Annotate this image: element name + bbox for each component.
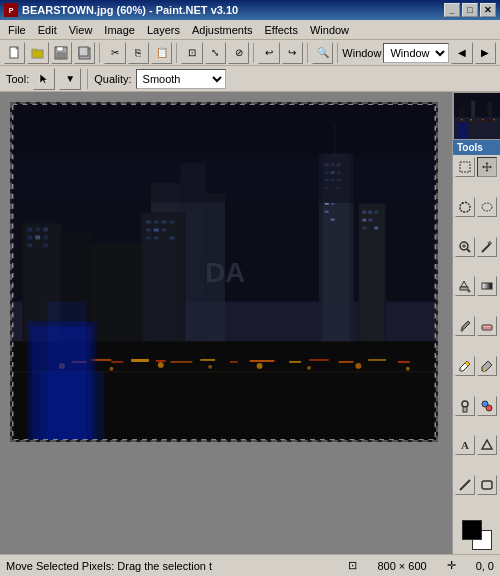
resize-button[interactable]: ⤡ bbox=[205, 42, 226, 64]
svg-rect-34 bbox=[331, 219, 335, 221]
svg-point-79 bbox=[406, 367, 410, 371]
tool-zoom[interactable] bbox=[455, 237, 475, 257]
menu-edit[interactable]: Edit bbox=[32, 22, 63, 38]
quality-select[interactable]: Smooth Bicubic Bilinear Nearest Neighbor bbox=[136, 69, 226, 89]
tool-select-icon[interactable] bbox=[33, 68, 55, 90]
close-button[interactable]: ✕ bbox=[480, 3, 496, 17]
menu-window[interactable]: Window bbox=[304, 22, 355, 38]
tool-rounded-rect[interactable] bbox=[477, 475, 497, 495]
svg-rect-39 bbox=[374, 211, 378, 214]
copy-button[interactable]: ⎘ bbox=[128, 42, 149, 64]
tool-options-bar: Tool: ▼ Quality: Smooth Bicubic Bilinear… bbox=[0, 66, 500, 92]
quality-label: Quality: bbox=[94, 73, 131, 85]
svg-point-133 bbox=[486, 405, 492, 411]
svg-rect-31 bbox=[325, 203, 329, 205]
tool-text[interactable]: A bbox=[455, 435, 475, 455]
svg-rect-112 bbox=[460, 162, 470, 172]
zoom-button[interactable]: 🔍 bbox=[312, 42, 333, 64]
svg-rect-110 bbox=[458, 122, 468, 139]
deform-button[interactable]: ⊘ bbox=[228, 42, 249, 64]
svg-rect-69 bbox=[170, 236, 175, 239]
svg-rect-95 bbox=[13, 104, 436, 153]
menu-layers[interactable]: Layers bbox=[141, 22, 186, 38]
save-button[interactable] bbox=[51, 42, 72, 64]
tool-ellipse-select[interactable] bbox=[477, 197, 497, 217]
maximize-button[interactable]: □ bbox=[462, 3, 478, 17]
svg-point-78 bbox=[355, 363, 361, 369]
svg-rect-64 bbox=[146, 229, 151, 232]
cut-button[interactable]: ✂ bbox=[104, 42, 125, 64]
svg-rect-5 bbox=[32, 49, 37, 51]
tool-lasso[interactable] bbox=[455, 197, 475, 217]
svg-rect-37 bbox=[362, 211, 366, 214]
svg-rect-67 bbox=[146, 236, 151, 239]
tool-gradient[interactable] bbox=[477, 276, 497, 296]
tool-option-btn[interactable]: ▼ bbox=[59, 68, 81, 90]
undo-button[interactable]: ↩ bbox=[258, 42, 279, 64]
window-title: BEARSTOWN.jpg (60%) - Paint.NET v3.10 bbox=[22, 4, 238, 16]
svg-rect-42 bbox=[362, 227, 366, 230]
color-swatches[interactable] bbox=[462, 520, 492, 550]
menu-image[interactable]: Image bbox=[98, 22, 141, 38]
tool-color-picker[interactable] bbox=[477, 356, 497, 376]
tool-eraser[interactable] bbox=[477, 316, 497, 336]
tool-shapes[interactable] bbox=[477, 435, 497, 455]
new-button[interactable] bbox=[4, 42, 25, 64]
redo-button[interactable]: ↪ bbox=[282, 42, 303, 64]
tool-magic-wand[interactable] bbox=[477, 237, 497, 257]
svg-rect-98 bbox=[47, 302, 87, 440]
svg-text:A: A bbox=[461, 439, 469, 451]
svg-rect-91 bbox=[339, 361, 354, 363]
minimize-button[interactable]: _ bbox=[444, 3, 460, 17]
menu-effects[interactable]: Effects bbox=[259, 22, 304, 38]
tool-paintbucket[interactable] bbox=[455, 276, 475, 296]
toolbar-extra-1[interactable]: ◀ bbox=[451, 42, 472, 64]
svg-line-116 bbox=[467, 249, 470, 252]
svg-rect-48 bbox=[27, 228, 32, 232]
crop-button[interactable]: ⊡ bbox=[181, 42, 202, 64]
svg-rect-47 bbox=[92, 242, 141, 341]
svg-rect-84 bbox=[156, 360, 166, 362]
svg-rect-52 bbox=[35, 235, 40, 239]
svg-rect-66 bbox=[162, 229, 167, 232]
svg-point-73 bbox=[109, 367, 113, 371]
title-bar: P BEARSTOWN.jpg (60%) - Paint.NET v3.10 … bbox=[0, 0, 500, 20]
svg-point-113 bbox=[462, 202, 464, 204]
tool-rectangle-select[interactable] bbox=[455, 157, 475, 177]
tool-move-pixels[interactable] bbox=[477, 157, 497, 177]
svg-rect-89 bbox=[289, 361, 301, 363]
window-select[interactable]: Window Fit Auto bbox=[383, 43, 449, 63]
image-size-icon: ⊡ bbox=[348, 559, 357, 572]
svg-rect-55 bbox=[43, 243, 48, 247]
svg-rect-41 bbox=[368, 219, 372, 222]
svg-point-114 bbox=[482, 203, 492, 211]
svg-rect-105 bbox=[466, 108, 470, 117]
svg-rect-93 bbox=[398, 361, 410, 363]
tool-recolor[interactable] bbox=[477, 396, 497, 416]
svg-rect-50 bbox=[43, 228, 48, 232]
open-button[interactable] bbox=[27, 42, 48, 64]
svg-point-74 bbox=[158, 362, 164, 368]
foreground-color-swatch[interactable] bbox=[462, 520, 482, 540]
status-text: Move Selected Pixels: Drag the selection… bbox=[6, 560, 212, 572]
svg-text:DA: DA bbox=[205, 257, 245, 288]
paste-button[interactable]: 📋 bbox=[151, 42, 172, 64]
tool-clone-stamp[interactable] bbox=[455, 396, 475, 416]
menu-view[interactable]: View bbox=[63, 22, 99, 38]
svg-point-126 bbox=[461, 329, 464, 332]
menu-bar: File Edit View Image Layers Adjustments … bbox=[0, 20, 500, 40]
tool-line[interactable] bbox=[455, 475, 475, 495]
menu-adjustments[interactable]: Adjustments bbox=[186, 22, 259, 38]
toolbar-extra-2[interactable]: ▶ bbox=[475, 42, 496, 64]
save-all-button[interactable] bbox=[74, 42, 95, 64]
tool-paintbrush[interactable] bbox=[455, 316, 475, 336]
svg-line-120 bbox=[488, 242, 489, 244]
menu-file[interactable]: File bbox=[2, 22, 32, 38]
tool-pencil[interactable] bbox=[455, 356, 475, 376]
color-area bbox=[453, 516, 500, 554]
svg-rect-103 bbox=[488, 103, 493, 117]
svg-rect-90 bbox=[309, 359, 329, 361]
canvas-container[interactable]: DA bbox=[0, 92, 452, 554]
svg-rect-92 bbox=[368, 359, 386, 361]
tools-panel: Tools bbox=[452, 92, 500, 554]
